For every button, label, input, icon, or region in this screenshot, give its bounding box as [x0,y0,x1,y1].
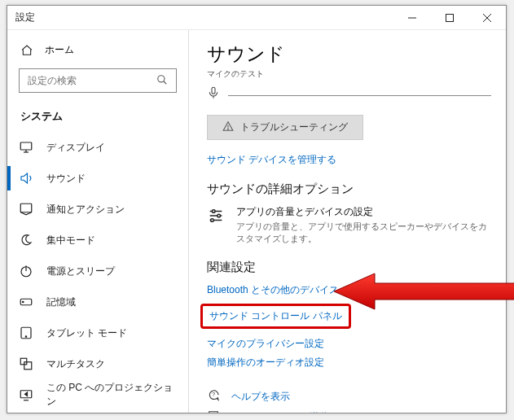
sidebar-item-shared[interactable]: 共有エクスペリエンス [7,410,188,413]
focus-icon [19,233,33,247]
help-link[interactable]: ? ヘルプを表示 [207,389,491,405]
svg-rect-16 [20,358,27,365]
sidebar-item-label: 集中モード [46,234,95,247]
feedback-icon [207,409,222,413]
feedback-link[interactable]: フィードバックの送信 [207,409,491,413]
help-icon: ? [207,389,222,405]
storage-icon [19,295,33,309]
sliders-icon [207,205,225,245]
help-label: ヘルプを表示 [231,390,290,404]
power-icon [19,264,33,278]
app-volume-title: アプリの音量とデバイスの設定 [236,205,491,219]
window-controls [393,6,506,30]
sidebar-item-label: タブレット モード [46,326,127,340]
nav-list: ディスプレイサウンド通知とアクション集中モード電源とスリープ記憶域タブレット モ… [7,132,188,413]
mic-level-bar [228,95,491,96]
close-button[interactable] [468,6,506,30]
troubleshoot-label: トラブルシューティング [240,120,348,134]
app-volume-item[interactable]: アプリの音量とデバイスの設定 アプリの音量と、アプリで使用するスピーカーやデバイ… [207,205,491,245]
home-link[interactable]: ホーム [7,38,188,65]
search-input[interactable] [26,74,156,87]
window-title: 設定 [15,11,393,24]
app-volume-desc: アプリの音量と、アプリで使用するスピーカーやデバイスをカスタマイズします。 [236,221,491,245]
bluetooth-link[interactable]: Bluetooth とその他のデバイス [207,283,491,297]
sidebar-item-label: 通知とアクション [46,203,125,217]
content-pane: サウンド マイクのテスト トラブルシューティング サウンド デバイスを管理する … [188,30,506,413]
highlight-box: サウンド コントロール パネル [200,304,351,329]
page-title: サウンド [207,42,491,67]
manage-devices-link[interactable]: サウンド デバイスを管理する [207,153,491,167]
svg-point-25 [212,210,215,213]
sidebar-item-display[interactable]: ディスプレイ [7,132,188,163]
svg-point-23 [228,129,229,129]
svg-rect-17 [24,362,32,370]
search-icon [156,74,169,88]
troubleshoot-button[interactable]: トラブルシューティング [207,115,363,140]
sidebar-item-label: 電源とスリープ [46,265,115,278]
svg-rect-20 [212,87,215,94]
home-label: ホーム [45,43,74,57]
sound-control-panel-link[interactable]: サウンド コントロール パネル [209,309,342,323]
sidebar-item-power[interactable]: 電源とスリープ [7,256,188,287]
multitask-icon [19,357,33,371]
sidebar-item-notify[interactable]: 通知とアクション [7,194,188,225]
svg-text:?: ? [212,392,215,397]
sidebar-item-storage[interactable]: 記憶域 [7,287,188,317]
svg-point-4 [158,75,165,81]
sidebar-item-label: 記憶域 [46,295,76,309]
microphone-icon [207,85,220,103]
svg-point-13 [23,301,24,303]
ease-audio-link[interactable]: 簡単操作のオーディオ設定 [207,356,491,370]
notify-icon [19,202,33,217]
sound-icon [19,171,33,186]
window-body: ホーム システム ディスプレイサウンド通知とアクション集中モード電源とスリープ記… [7,30,506,413]
svg-line-5 [164,81,167,84]
sidebar-item-sound[interactable]: サウンド [7,163,188,194]
minimize-button[interactable] [393,6,431,30]
settings-window: 設定 ホーム [7,5,507,413]
maximize-button[interactable] [431,6,468,30]
advanced-header: サウンドの詳細オプション [207,182,491,197]
svg-rect-1 [446,14,454,21]
sidebar-item-focus[interactable]: 集中モード [7,225,188,256]
svg-rect-6 [20,142,32,150]
tablet-icon [19,326,33,340]
display-icon [19,140,33,155]
search-box[interactable] [19,68,177,93]
mic-level [207,85,491,103]
category-header: システム [7,101,188,132]
sidebar-item-label: ディスプレイ [46,141,105,155]
sidebar-item-project[interactable]: この PC へのプロジェクション [7,379,188,410]
home-icon [20,44,33,57]
mic-privacy-link[interactable]: マイクのプライバシー設定 [207,337,491,351]
sidebar: ホーム システム ディスプレイサウンド通知とアクション集中モード電源とスリープ記… [7,30,188,413]
sidebar-item-label: マルチタスク [46,357,105,371]
mic-test-label: マイクのテスト [207,68,491,80]
related-header: 関連設定 [207,260,491,275]
titlebar: 設定 [7,6,506,30]
sidebar-item-tablet[interactable]: タブレット モード [7,317,188,348]
sidebar-item-label: サウンド [46,172,86,186]
svg-point-15 [25,336,27,338]
sidebar-item-multitask[interactable]: マルチタスク [7,348,188,379]
feedback-label: フィードバックの送信 [231,410,329,413]
sidebar-item-label: この PC へのプロジェクション [46,381,177,409]
svg-rect-9 [20,203,32,212]
warning-icon [222,120,234,134]
svg-point-29 [211,219,214,222]
project-icon [19,387,33,402]
svg-point-27 [217,214,221,217]
